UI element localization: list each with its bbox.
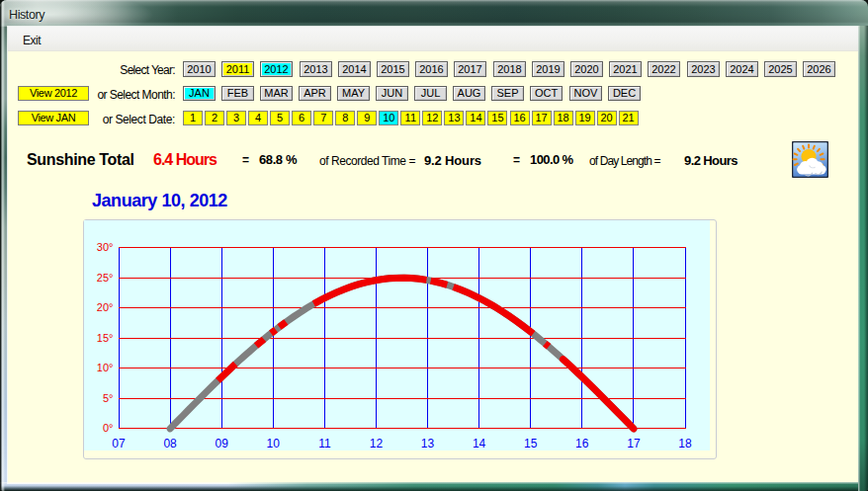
svg-text:08: 08	[163, 437, 177, 450]
svg-text:17: 17	[627, 437, 641, 450]
svg-text:30°: 30°	[97, 241, 114, 253]
svg-text:10°: 10°	[97, 362, 114, 373]
svg-text:15°: 15°	[97, 332, 114, 344]
svg-text:13: 13	[421, 437, 435, 450]
svg-text:18: 18	[678, 437, 692, 450]
svg-text:25°: 25°	[97, 272, 114, 284]
svg-text:12: 12	[370, 437, 384, 450]
svg-text:20°: 20°	[97, 301, 114, 313]
svg-text:15: 15	[524, 437, 538, 450]
svg-text:07: 07	[112, 437, 126, 450]
svg-text:5°: 5°	[103, 392, 114, 404]
svg-text:14: 14	[473, 437, 486, 450]
svg-text:0°: 0°	[103, 422, 114, 434]
svg-text:09: 09	[216, 437, 229, 450]
svg-text:10: 10	[267, 437, 281, 450]
svg-text:11: 11	[318, 437, 331, 450]
svg-text:16: 16	[575, 437, 589, 450]
